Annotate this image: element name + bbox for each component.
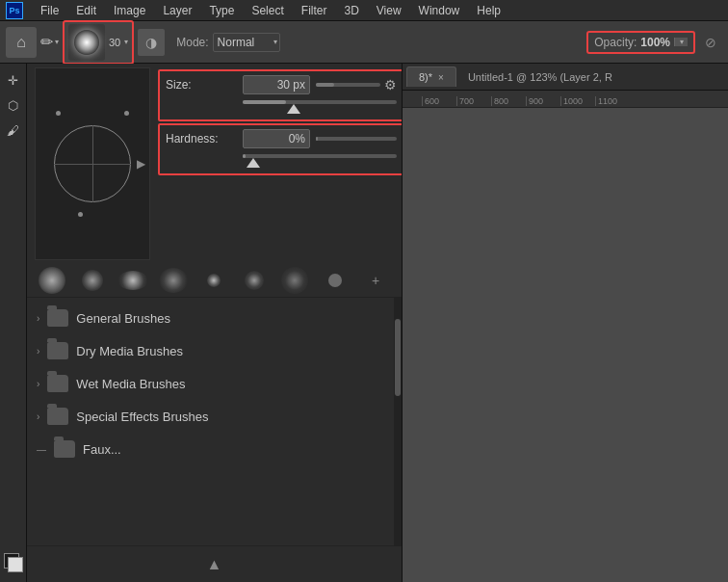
category-faux[interactable]: — Faux...: [27, 433, 394, 465]
size-label: Size:: [166, 78, 243, 92]
left-toolbar: ✛ ⬡ 🖌: [0, 64, 27, 582]
brush-sample-4[interactable]: [156, 268, 191, 293]
brush-left-icon: 🖌: [7, 123, 19, 138]
brush-sample-2[interactable]: [75, 268, 110, 293]
hardness-thumb[interactable]: [243, 158, 260, 168]
menu-bar: Ps File Edit Image Layer Type Select Fil…: [0, 0, 728, 21]
canvas-content[interactable]: [403, 108, 728, 582]
bottom-up-arrow-icon[interactable]: ▲: [207, 556, 222, 573]
brush-size-dropdown-arrow: ▾: [124, 38, 128, 46]
size-thumb[interactable]: [283, 104, 300, 114]
size-track-visual: [243, 100, 397, 104]
brush-sample-7[interactable]: [277, 268, 312, 293]
menu-3d[interactable]: 3D: [340, 4, 362, 17]
tab-close-current[interactable]: ×: [438, 72, 444, 83]
menu-view[interactable]: View: [373, 4, 405, 17]
menu-image[interactable]: Image: [110, 4, 149, 17]
home-icon: ⌂: [16, 34, 26, 51]
menu-filter[interactable]: Filter: [298, 4, 331, 17]
brush-sample-6[interactable]: [237, 268, 272, 293]
home-button[interactable]: ⌂: [6, 27, 37, 58]
brush-preview: [68, 24, 105, 61]
size-slider-track: [316, 83, 380, 87]
brush-circle-preview: [74, 30, 99, 55]
move-tool[interactable]: ✛: [3, 69, 24, 91]
lasso-tool[interactable]: ⬡: [3, 94, 24, 116]
category-general-brushes[interactable]: › General Brushes: [27, 302, 394, 334]
menu-layer[interactable]: Layer: [159, 4, 195, 17]
menu-help[interactable]: Help: [473, 4, 505, 17]
mode-label: Mode:: [176, 36, 208, 49]
tab-bar: 8)* × Untitled-1 @ 123% (Layer 2, R: [403, 64, 728, 91]
mode-selector[interactable]: Normal Dissolve Multiply ▾: [213, 33, 280, 52]
category-label-special: Special Effects Brushes: [76, 410, 208, 424]
brush-sample-3[interactable]: [116, 268, 150, 293]
category-special-effects[interactable]: › Special Effects Brushes: [27, 400, 394, 433]
category-label-dry: Dry Media Brushes: [76, 344, 183, 358]
lasso-icon: ⬡: [8, 98, 18, 113]
preview-expand-icon[interactable]: ▶: [137, 157, 145, 171]
brush-list-area: › General Brushes › Dry Media Brushes › …: [27, 298, 402, 545]
menu-select[interactable]: Select: [247, 4, 287, 17]
opacity-control[interactable]: Opacity: 100% ▾: [586, 31, 695, 54]
hardness-input[interactable]: [243, 129, 310, 148]
category-arrow-dry: ›: [37, 346, 39, 357]
preview-dot-right: [124, 111, 129, 116]
menu-type[interactable]: Type: [205, 4, 238, 17]
brush-samples-row: +: [27, 264, 402, 298]
hardness-slider[interactable]: [316, 129, 397, 148]
category-label-wet: Wet Media Brushes: [76, 377, 185, 391]
opacity-dropdown-arrow[interactable]: ▾: [674, 38, 688, 46]
pressure-button[interactable]: ⊘: [699, 31, 722, 54]
category-arrow-general: ›: [37, 313, 39, 324]
brush-sample-1[interactable]: [35, 268, 69, 293]
ruler-mark-1100: 1100: [595, 96, 630, 106]
category-label-faux: Faux...: [83, 442, 121, 457]
ruler-mark-900: 900: [526, 96, 560, 106]
preview-cross-vertical: [92, 125, 93, 202]
menu-file[interactable]: File: [37, 4, 63, 17]
brush-tool-button[interactable]: ✏ ▾: [40, 33, 59, 51]
brush-sample-8[interactable]: [318, 268, 352, 293]
opacity-value: 100%: [640, 36, 670, 49]
category-folder-wet: [47, 375, 68, 392]
brush-size-selector[interactable]: 30 ▾: [63, 20, 134, 65]
size-slider[interactable]: [316, 75, 380, 94]
category-dry-media[interactable]: › Dry Media Brushes: [27, 334, 394, 367]
mode-dropdown[interactable]: Normal Dissolve Multiply: [213, 33, 280, 52]
tab-current-file[interactable]: 8)* ×: [406, 66, 456, 87]
hardness-label: Hardness:: [166, 132, 243, 146]
brush-panel: ▶ Size: ⚙: [27, 64, 403, 582]
mask-button[interactable]: ◑: [138, 29, 165, 56]
hardness-option-box: Hardness:: [158, 123, 403, 175]
size-slider-row: [166, 100, 397, 116]
scrollbar-thumb[interactable]: [395, 319, 401, 396]
brush-arrow: ▾: [55, 38, 59, 46]
brush-categories-list: › General Brushes › Dry Media Brushes › …: [27, 298, 394, 545]
brush-tool[interactable]: 🖌: [3, 119, 24, 141]
tab-label-untitled: Untitled-1 @ 123% (Layer 2, R: [468, 71, 612, 83]
ruler-top: 600 700 800 900 1000 1100: [403, 91, 728, 108]
category-arrow-wet: ›: [37, 379, 39, 389]
brush-icon: ✏: [40, 33, 53, 51]
preview-dot-bottom: [78, 212, 83, 217]
tab-untitled[interactable]: Untitled-1 @ 123% (Layer 2, R: [456, 67, 624, 87]
size-settings-icon[interactable]: ⚙: [384, 77, 397, 93]
brush-sample-5[interactable]: [196, 268, 231, 293]
brush-sample-add[interactable]: +: [358, 268, 393, 293]
foreground-color[interactable]: [4, 553, 23, 572]
opacity-label: Opacity:: [594, 36, 637, 49]
mask-icon: ◑: [145, 35, 157, 50]
hardness-track-visual: [243, 154, 397, 158]
size-option-box: Size: ⚙: [158, 69, 403, 121]
category-wet-media[interactable]: › Wet Media Brushes: [27, 367, 394, 400]
menu-window[interactable]: Window: [415, 4, 464, 17]
size-track-fill: [243, 100, 286, 104]
menu-edit[interactable]: Edit: [72, 4, 100, 17]
hardness-slider-fill: [316, 137, 318, 141]
main-area: ✛ ⬡ 🖌 ▶: [0, 64, 728, 582]
brush-list-scrollbar[interactable]: [394, 298, 402, 545]
size-input[interactable]: [243, 75, 310, 94]
ps-logo: Ps: [6, 2, 23, 19]
category-folder-general: [47, 309, 68, 327]
